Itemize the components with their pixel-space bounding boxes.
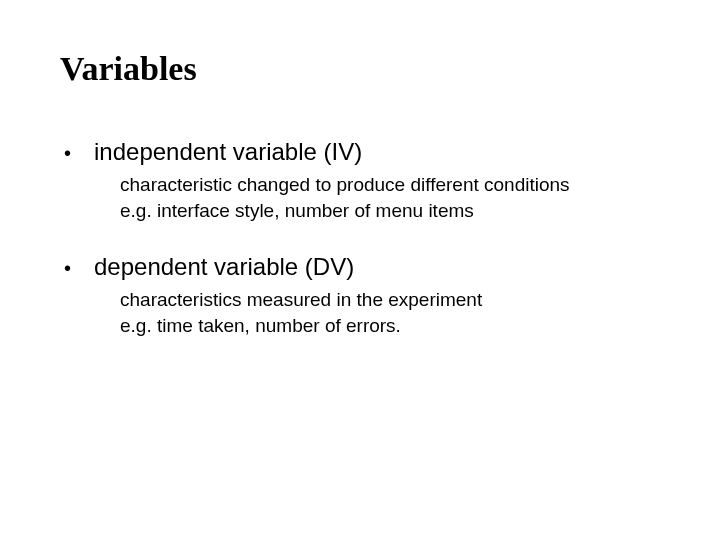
bullet-icon: • bbox=[60, 141, 94, 165]
bullet-detail: characteristics measured in the experime… bbox=[120, 287, 600, 338]
bullet-line: • dependent variable (DV) bbox=[60, 253, 660, 281]
detail-line: characteristics measured in the experime… bbox=[120, 287, 600, 313]
bullet-item: • dependent variable (DV) characteristic… bbox=[60, 253, 660, 338]
bullet-icon: • bbox=[60, 256, 94, 280]
bullet-line: • independent variable (IV) bbox=[60, 138, 660, 166]
bullet-label: dependent variable (DV) bbox=[94, 253, 354, 281]
bullet-item: • independent variable (IV) characterist… bbox=[60, 138, 660, 223]
detail-line: e.g. time taken, number of errors. bbox=[120, 313, 600, 339]
detail-line: characteristic changed to produce differ… bbox=[120, 172, 600, 198]
slide: Variables • independent variable (IV) ch… bbox=[0, 0, 720, 540]
bullet-detail: characteristic changed to produce differ… bbox=[120, 172, 600, 223]
slide-title: Variables bbox=[60, 50, 660, 88]
detail-line: e.g. interface style, number of menu ite… bbox=[120, 198, 600, 224]
bullet-label: independent variable (IV) bbox=[94, 138, 362, 166]
